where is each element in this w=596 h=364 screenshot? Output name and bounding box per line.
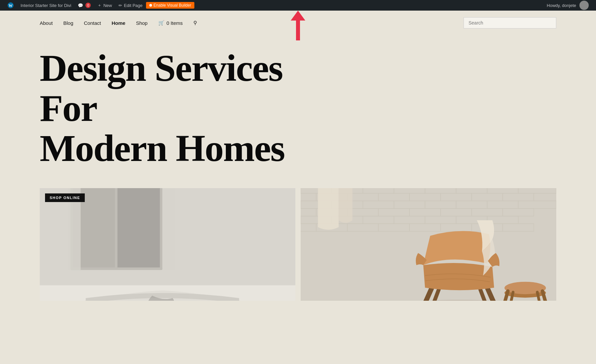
nav-shop[interactable]: Shop — [136, 20, 148, 26]
edit-label: Edit Page — [124, 3, 142, 8]
arrow-shaft — [296, 21, 300, 40]
search-box — [464, 17, 556, 28]
nav-cart[interactable]: 🛒 0 Items — [158, 20, 183, 26]
svg-rect-8 — [163, 188, 175, 270]
hero-title-line2: Modern Homes — [40, 127, 284, 169]
edit-page-button[interactable]: ✏ Edit Page — [115, 0, 146, 11]
howdy-label: Howdy, donjete — [547, 3, 576, 8]
nav-home[interactable]: Home — [112, 20, 125, 26]
shop-online-badge[interactable]: SHOP ONLINE — [45, 193, 85, 202]
comments-button[interactable]: 💬 0 — [74, 0, 94, 11]
cart-icon: 🛒 — [158, 20, 165, 26]
new-button[interactable]: ＋ New — [94, 0, 115, 11]
image-grid: SHOP ONLINE — [0, 178, 596, 311]
comment-icon: 💬 — [78, 3, 83, 8]
nav-blog[interactable]: Blog — [63, 20, 73, 26]
edit-icon: ✏ — [119, 3, 122, 8]
site-name-label: Interior Starter Site for Divi — [21, 3, 71, 8]
comments-count: 0 — [85, 3, 91, 8]
admin-bar: W Interior Starter Site for Divi 💬 0 ＋ N… — [0, 0, 596, 11]
arrow-head — [291, 11, 305, 21]
living-room-image — [40, 188, 295, 301]
svg-rect-6 — [118, 188, 160, 267]
hero-title: Design Services For Modern Homes — [40, 48, 338, 168]
svg-text:W: W — [9, 3, 13, 8]
svg-point-70 — [505, 282, 546, 294]
site-name-button[interactable]: Interior Starter Site for Divi — [17, 0, 74, 11]
nav-search-button[interactable]: ⚲ — [193, 20, 197, 26]
leather-chair-image — [301, 188, 556, 301]
hero-section: Design Services For Modern Homes — [0, 35, 596, 178]
search-icon: ⚲ — [193, 20, 197, 26]
hero-title-line1: Design Services For — [40, 47, 282, 129]
new-label: New — [103, 3, 112, 8]
red-arrow-indicator — [291, 11, 305, 40]
plus-icon: ＋ — [97, 2, 102, 8]
site-nav: About Blog Contact Home Shop 🛒 0 Items ⚲ — [40, 20, 197, 26]
admin-bar-right: Howdy, donjete — [543, 1, 592, 10]
search-input[interactable] — [464, 17, 556, 28]
site-header: About Blog Contact Home Shop 🛒 0 Items ⚲ — [0, 11, 596, 35]
image-card-leather-chair[interactable] — [301, 188, 556, 301]
enable-visual-builder-button[interactable]: Enable Visual Builder — [146, 2, 195, 9]
image-card-living-room[interactable]: SHOP ONLINE — [40, 188, 295, 301]
nav-contact[interactable]: Contact — [84, 20, 101, 26]
nav-about[interactable]: About — [40, 20, 53, 26]
visual-builder-label: Enable Visual Builder — [154, 3, 191, 8]
wp-logo-button[interactable]: W — [4, 0, 17, 11]
avatar[interactable] — [579, 1, 589, 10]
shop-online-label: SHOP ONLINE — [50, 196, 80, 200]
visual-builder-dot — [149, 4, 152, 7]
cart-items-label: 0 Items — [167, 20, 183, 26]
